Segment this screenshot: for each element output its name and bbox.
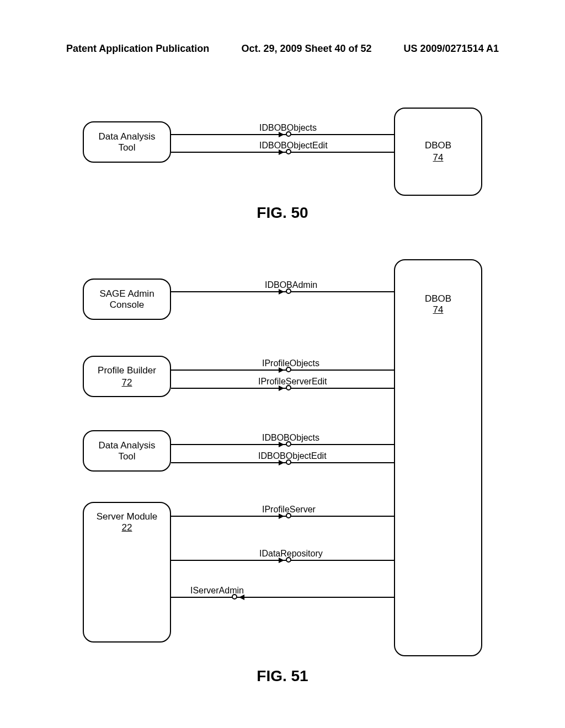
lollipop-icon	[286, 441, 291, 447]
ref-number: 22	[122, 522, 132, 533]
interface-label: IDBOBAdmin	[265, 280, 317, 290]
lollipop-icon	[286, 149, 291, 154]
data-analysis-tool-box: Data Analysis Tool	[83, 430, 171, 472]
connector-line	[171, 597, 395, 598]
arrow-icon	[279, 558, 284, 563]
arrow-icon	[279, 149, 284, 155]
dbob-box-tall: DBOB 74	[394, 259, 482, 656]
lollipop-icon	[232, 594, 237, 599]
interface-label: IProfileObjects	[262, 358, 319, 368]
lollipop-icon	[286, 131, 291, 137]
figure-50-diagram: Data Analysis Tool DBOB 74 IDBOBObjects …	[72, 108, 493, 196]
interface-label: IDataRepository	[259, 549, 323, 559]
box-label: SAGE Admin Console	[99, 288, 154, 311]
lollipop-icon	[286, 557, 291, 563]
header-right: US 2009/0271514 A1	[404, 43, 499, 55]
profile-builder-box: Profile Builder 72	[83, 356, 171, 397]
figure-51-label: FIG. 51	[0, 667, 565, 685]
box-label: DBOB	[425, 140, 451, 151]
figure-50-label: FIG. 50	[0, 204, 565, 222]
arrow-icon	[279, 132, 284, 137]
arrow-icon	[279, 460, 284, 465]
interface-label: IProfileServerEdit	[258, 377, 327, 387]
interface-label: IDBOBObjectEdit	[259, 141, 328, 151]
lollipop-icon	[286, 367, 291, 372]
server-module-box: Server Module 22	[83, 502, 171, 643]
dbob-box: DBOB 74	[394, 108, 482, 196]
arrow-icon	[279, 367, 284, 373]
box-label: Data Analysis Tool	[99, 440, 156, 462]
arrow-icon	[279, 513, 284, 519]
figure-51-diagram: DBOB 74 SAGE Admin Console IDBOBAdmin Pr…	[72, 259, 493, 656]
header-center: Oct. 29, 2009 Sheet 40 of 52	[241, 43, 371, 55]
box-label: Server Module	[97, 511, 158, 522]
interface-label: IDBOBObjects	[262, 433, 319, 443]
box-label: Profile Builder	[98, 365, 156, 376]
arrow-icon	[279, 442, 284, 447]
ref-number: 72	[122, 377, 132, 388]
sage-admin-console-box: SAGE Admin Console	[83, 279, 171, 320]
box-label: DBOB	[425, 293, 451, 304]
arrow-icon	[239, 595, 244, 600]
lollipop-icon	[286, 513, 291, 518]
data-analysis-tool-box: Data Analysis Tool	[83, 121, 171, 163]
interface-label: IDBOBObjectEdit	[258, 451, 327, 461]
lollipop-icon	[286, 288, 291, 294]
lollipop-icon	[286, 459, 291, 465]
box-label: Data Analysis Tool	[99, 131, 156, 153]
lollipop-icon	[286, 385, 291, 390]
header-left: Patent Application Publication	[66, 43, 209, 55]
arrow-icon	[279, 289, 284, 295]
page-header: Patent Application Publication Oct. 29, …	[0, 43, 565, 55]
arrow-icon	[279, 386, 284, 391]
ref-number: 74	[433, 304, 444, 315]
ref-number: 74	[433, 152, 444, 163]
